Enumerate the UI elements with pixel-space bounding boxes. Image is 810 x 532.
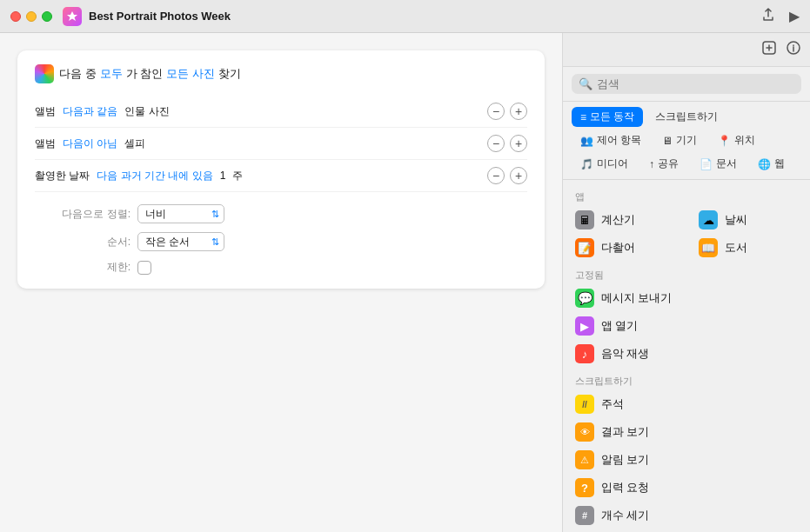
action-view-result[interactable]: 👁 결과 보기 xyxy=(563,418,810,446)
tab-location[interactable]: 📍 위치 xyxy=(709,130,764,150)
tab-document[interactable]: 📄 문서 xyxy=(691,154,746,174)
open-app-icon: ▶ xyxy=(575,316,594,336)
view-alert-icon: ⚠ xyxy=(575,450,594,469)
limit-checkbox[interactable] xyxy=(137,261,151,275)
books-label: 도서 xyxy=(725,241,747,256)
action-count[interactable]: # 개수 세기 xyxy=(563,502,810,529)
traffic-lights xyxy=(10,11,52,22)
filter-remove-2[interactable]: − xyxy=(487,167,505,184)
filter-all-photos-link[interactable]: 모든 사진 xyxy=(166,66,215,82)
comment-icon: // xyxy=(575,395,594,414)
filter-row-1: 앨범 다음이 아님 셀피 − + xyxy=(35,128,527,160)
filter-header: 다음 중 모두 가 참인 모든 사진 찾기 xyxy=(35,64,527,83)
messages-label: 메시지 보내기 xyxy=(601,291,672,306)
filter-tag-equals-0[interactable]: 다음과 같음 xyxy=(63,104,117,119)
action-play-music[interactable]: ♪ 음악 재생 xyxy=(563,340,810,368)
tab-document-label: 문서 xyxy=(716,156,737,171)
input-request-icon: ? xyxy=(575,478,594,497)
music-icon: ♪ xyxy=(575,344,594,363)
filter-tag-date-2: 촬영한 날짜 xyxy=(35,169,90,183)
filter-remove-0[interactable]: − xyxy=(487,103,505,120)
limit-control-row: 제한: xyxy=(61,260,151,275)
section-header-pinned: 고정됨 xyxy=(563,262,810,284)
action-comment[interactable]: // 주석 xyxy=(563,390,810,418)
action-calculator[interactable]: 🖩 계산기 xyxy=(563,206,686,234)
filter-tag-album-1: 앨범 xyxy=(35,136,56,151)
photos-app-icon xyxy=(35,64,54,83)
search-bar: 🔍 xyxy=(563,67,810,102)
filter-add-1[interactable]: + xyxy=(510,135,527,152)
calculator-label: 계산기 xyxy=(601,213,635,228)
share-button[interactable] xyxy=(761,8,775,25)
actions-list: 앱 🖩 계산기 ☁ 날씨 📝 다촬어 📖 도서 xyxy=(563,180,810,532)
tab-web-icon: 🌐 xyxy=(758,158,771,170)
info-button[interactable] xyxy=(786,40,801,59)
tab-media-label: 미디어 xyxy=(597,156,628,171)
action-open-app[interactable]: ▶ 앱 열기 xyxy=(563,312,810,340)
tab-all-actions[interactable]: ≡ 모든 동작 xyxy=(572,107,643,127)
search-input-wrapper: 🔍 xyxy=(572,74,801,94)
filter-add-0[interactable]: + xyxy=(510,103,527,120)
order-select[interactable]: 작은 순서 xyxy=(137,232,224,251)
filter-tag-within-2[interactable]: 다음 과거 기간 내에 있음 xyxy=(97,169,212,183)
tab-device[interactable]: 🖥 기기 xyxy=(653,130,706,150)
play-button[interactable]: ▶ xyxy=(789,8,800,25)
window-title: Best Portrait Photos Week xyxy=(89,10,761,23)
search-input[interactable] xyxy=(597,77,794,90)
action-view-alert[interactable]: ⚠ 알림 보기 xyxy=(563,446,810,474)
tab-all-actions-text: 모든 동작 xyxy=(590,110,634,124)
tab-scripting[interactable]: 스크립트하기 xyxy=(646,107,726,127)
sort-select-wrapper: 너비 xyxy=(137,204,224,223)
filter-all-link[interactable]: 모두 xyxy=(100,66,123,82)
tab-control[interactable]: 👥 제어 항목 xyxy=(572,130,650,150)
view-result-label: 결과 보기 xyxy=(601,425,649,440)
right-header-icons xyxy=(761,40,801,59)
tab-media[interactable]: 🎵 미디어 xyxy=(572,154,637,174)
books-icon: 📖 xyxy=(699,238,718,257)
filter-row-2-buttons: − + xyxy=(487,167,527,184)
filter-tag-portrait-0: 인물 사진 xyxy=(124,104,169,119)
right-panel: 🔍 ≡ 모든 동작 스크립트하기 👥 제어 항목 🖥 기기 📍 xyxy=(562,33,810,532)
action-input-request[interactable]: ? 입력 요청 xyxy=(563,474,810,502)
action-weather[interactable]: ☁ 날씨 xyxy=(686,206,810,234)
limit-label: 제한: xyxy=(61,260,131,275)
add-action-button[interactable] xyxy=(761,40,777,59)
tab-media-icon: 🎵 xyxy=(580,158,593,170)
action-notes[interactable]: 📝 다촬어 xyxy=(563,234,686,262)
tab-share-label: 공유 xyxy=(658,156,679,171)
tab-scripting-label: 스크립트하기 xyxy=(655,110,718,124)
titlebar-actions: ▶ xyxy=(761,8,800,25)
filter-row-1-buttons: − + xyxy=(487,135,527,152)
calculator-icon: 🖩 xyxy=(575,210,594,229)
filter-add-2[interactable]: + xyxy=(510,167,527,184)
sort-select[interactable]: 너비 xyxy=(137,204,224,223)
limit-checkbox-wrapper xyxy=(137,261,151,275)
messages-icon: 💬 xyxy=(575,289,594,308)
search-icon: 🔍 xyxy=(579,77,592,90)
open-app-label: 앱 열기 xyxy=(601,319,638,334)
shortcuts-icon xyxy=(66,10,78,23)
close-button[interactable] xyxy=(10,11,21,22)
tab-web-label: 웹 xyxy=(774,156,785,171)
tab-share[interactable]: ↑ 공유 xyxy=(640,154,687,174)
tab-document-icon: 📄 xyxy=(700,158,713,170)
count-label: 개수 세기 xyxy=(601,509,649,523)
view-result-icon: 👁 xyxy=(575,422,594,442)
left-panel: 다음 중 모두 가 참인 모든 사진 찾기 앨범 다음과 같음 인물 사진 − … xyxy=(0,33,562,532)
action-messages[interactable]: 💬 메시지 보내기 xyxy=(563,284,810,312)
tab-location-label: 위치 xyxy=(734,133,755,148)
filter-tag-notequals-1[interactable]: 다음이 아님 xyxy=(63,136,117,151)
filter-card: 다음 중 모두 가 참인 모든 사진 찾기 앨범 다음과 같음 인물 사진 − … xyxy=(17,50,545,289)
view-alert-label: 알림 보기 xyxy=(601,453,649,468)
filter-remove-1[interactable]: − xyxy=(487,135,505,152)
maximize-button[interactable] xyxy=(42,11,52,22)
order-label: 순서: xyxy=(61,235,131,249)
tab-web[interactable]: 🌐 웹 xyxy=(749,154,793,174)
section-header-app: 앱 xyxy=(563,183,810,206)
filter-tag-num-2: 1 xyxy=(220,170,226,182)
minimize-button[interactable] xyxy=(26,11,37,22)
tab-location-icon: 📍 xyxy=(718,135,731,147)
tab-control-icon: 👥 xyxy=(580,135,593,147)
filter-tag-album-0: 앨범 xyxy=(35,104,56,119)
action-books[interactable]: 📖 도서 xyxy=(686,234,810,262)
